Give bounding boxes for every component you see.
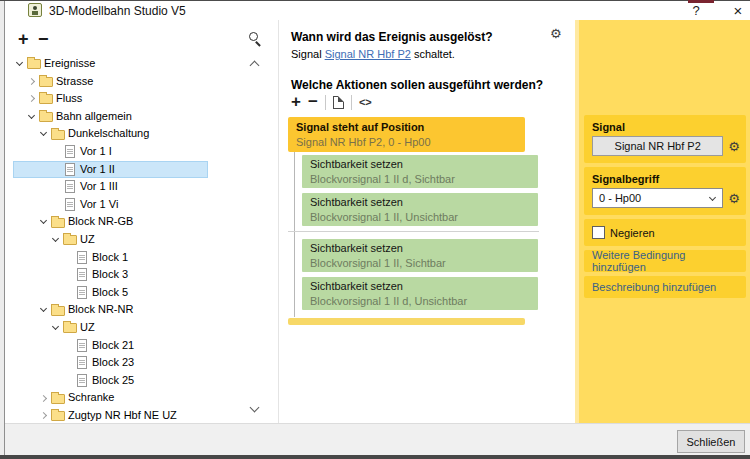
chevron-right-icon[interactable] xyxy=(37,396,50,401)
window-title: 3D-Modellbahn Studio V5 xyxy=(49,4,186,18)
chevron-down-icon[interactable] xyxy=(49,239,62,241)
scroll-down-icon[interactable] xyxy=(250,404,259,413)
action-block[interactable]: Sichtbarkeit setzenBlockvorsignal 1 II, … xyxy=(302,239,538,272)
action-block[interactable]: Sichtbarkeit setzenBlockvorsignal 1 II, … xyxy=(302,193,538,226)
tree-item[interactable]: Vor 1 I xyxy=(5,143,255,161)
tree-item[interactable]: Block 21 xyxy=(5,337,255,355)
tree-item[interactable]: Dunkelschaltung xyxy=(5,125,255,143)
folder-icon xyxy=(51,218,65,228)
scroll-up-icon[interactable] xyxy=(250,59,259,68)
tree-item[interactable]: Zugtyp NR Hbf NE UZ xyxy=(5,407,255,425)
folder-icon xyxy=(27,59,41,69)
tree-list: EreignisseStrasseFlussBahn allgemeinDunk… xyxy=(5,55,255,424)
folder-icon xyxy=(51,411,65,421)
folder-icon xyxy=(39,94,53,104)
tree-item[interactable]: Ereignisse xyxy=(5,55,255,73)
negate-label: Negieren xyxy=(610,227,655,239)
chevron-down-icon[interactable] xyxy=(49,327,62,329)
tree-item-label: Vor 1 I xyxy=(80,143,112,161)
tree-item[interactable]: Vor 1 II xyxy=(5,161,255,179)
document-icon xyxy=(65,180,75,193)
action-block[interactable]: Sichtbarkeit setzenBlockvorsignal 1 II d… xyxy=(302,277,538,310)
add-condition-link[interactable]: Weitere Bedingung hinzufügen xyxy=(584,250,746,272)
window-top-border xyxy=(0,0,750,1)
action-title: Sichtbarkeit setzen xyxy=(310,195,530,210)
tree-item-label: Bahn allgemein xyxy=(56,108,132,126)
tree-item[interactable]: Block 23 xyxy=(5,354,255,372)
tree-item[interactable]: Block 25 xyxy=(5,372,255,390)
chevron-down-icon[interactable] xyxy=(25,116,38,118)
folder-icon xyxy=(51,394,65,404)
signal-label: Signal xyxy=(584,115,746,136)
add-description-link[interactable]: Beschreibung hinzufügen xyxy=(584,276,746,298)
code-view-button[interactable]: <> xyxy=(359,96,372,108)
tree-item-label: Block 3 xyxy=(92,266,128,284)
add-event-button[interactable]: + xyxy=(18,28,29,50)
actions-toolbar: + − <> xyxy=(291,91,372,113)
tree-item[interactable]: Fluss xyxy=(5,90,255,108)
document-icon xyxy=(77,374,87,387)
tree-item-label: UZ xyxy=(80,231,95,249)
tree-item[interactable]: Block 5 xyxy=(5,284,255,302)
tree-item[interactable]: Block NR-GB xyxy=(5,213,255,231)
negate-checkbox[interactable] xyxy=(592,226,605,239)
gear-icon[interactable]: ⚙ xyxy=(728,140,740,153)
toolbar-separator xyxy=(351,95,352,110)
tree-item[interactable]: Block 3 xyxy=(5,266,255,284)
signal-card: Signal Signal NR Hbf P2 ⚙ xyxy=(584,115,746,163)
tree-item-label: Block 5 xyxy=(92,284,128,302)
chevron-down-icon[interactable] xyxy=(13,63,26,65)
tree-item-label: Block 23 xyxy=(92,354,134,372)
tree-item-label: Block NR-GB xyxy=(68,213,133,231)
close-window-button[interactable]: × xyxy=(727,2,749,19)
condition-end-bar xyxy=(288,318,525,325)
tree-toolbar: + − xyxy=(5,28,278,52)
tree-item[interactable]: Schranke xyxy=(5,389,255,407)
tree-item[interactable]: Strasse xyxy=(5,73,255,91)
action-block[interactable]: Sichtbarkeit setzenBlockvorsignal 1 II d… xyxy=(302,155,538,188)
condition-block[interactable]: Signal steht auf Position Signal NR Hbf … xyxy=(288,117,525,152)
tree-item-label: Fluss xyxy=(56,90,82,108)
document-icon xyxy=(77,268,87,281)
help-button[interactable]: ? xyxy=(685,2,707,19)
chevron-right-icon[interactable] xyxy=(37,413,50,418)
actions-heading: Welche Aktionen sollen ausgeführt werden… xyxy=(291,78,543,92)
condition-title: Signal steht auf Position xyxy=(296,120,517,135)
aspect-dropdown[interactable]: 0 - Hp00 xyxy=(592,188,723,208)
signal-select-button[interactable]: Signal NR Hbf P2 xyxy=(592,136,723,156)
tree-item-label: Vor 1 III xyxy=(80,178,118,196)
chevron-down-icon xyxy=(709,194,716,201)
chevron-right-icon[interactable] xyxy=(25,96,38,101)
tree-item[interactable]: Block 1 xyxy=(5,249,255,267)
tree-item[interactable]: Bahn allgemein xyxy=(5,108,255,126)
tree-item[interactable]: Vor 1 Vi xyxy=(5,196,255,214)
tree-item-label: Zugtyp NR Hbf NE UZ xyxy=(68,407,177,425)
condition-subtitle: Signal NR Hbf P2, 0 - Hp00 xyxy=(296,135,517,149)
tree-item[interactable]: UZ xyxy=(5,319,255,337)
tree-item-label: Strasse xyxy=(56,73,93,91)
tree-item[interactable]: Block NR-NR xyxy=(5,301,255,319)
tree-item[interactable]: Vor 1 III xyxy=(5,178,255,196)
chevron-down-icon[interactable] xyxy=(37,309,50,311)
chevron-down-icon[interactable] xyxy=(37,221,50,223)
signal-link[interactable]: Signal NR Hbf P2 xyxy=(325,48,411,60)
action-group-divider xyxy=(288,231,539,232)
trigger-sentence: Signal Signal NR Hbf P2 schaltet. xyxy=(291,48,455,60)
event-tree-panel: + − EreignisseStrasseFlussBahn allgemein… xyxy=(5,20,278,423)
gear-icon[interactable]: ⚙ xyxy=(728,192,740,205)
copy-icon[interactable] xyxy=(333,96,344,109)
tree-item-label: Block NR-NR xyxy=(68,301,133,319)
condition-inspector-panel: Signal Signal NR Hbf P2 ⚙ Signalbegriff … xyxy=(575,20,750,425)
chevron-down-icon[interactable] xyxy=(37,133,50,135)
trigger-prefix: Signal xyxy=(291,48,325,60)
remove-event-button[interactable]: − xyxy=(38,28,49,50)
add-action-button[interactable]: + xyxy=(291,92,301,112)
close-dialog-button[interactable]: Schließen xyxy=(677,430,745,453)
chevron-right-icon[interactable] xyxy=(25,79,38,84)
tree-item[interactable]: UZ xyxy=(5,231,255,249)
action-title: Sichtbarkeit setzen xyxy=(310,157,530,172)
gear-icon[interactable]: ⚙ xyxy=(550,27,562,40)
action-subtitle: Blockvorsignal 1 II, Sichtbar xyxy=(310,256,530,270)
search-icon[interactable] xyxy=(249,32,258,41)
remove-action-button[interactable]: − xyxy=(308,92,318,112)
